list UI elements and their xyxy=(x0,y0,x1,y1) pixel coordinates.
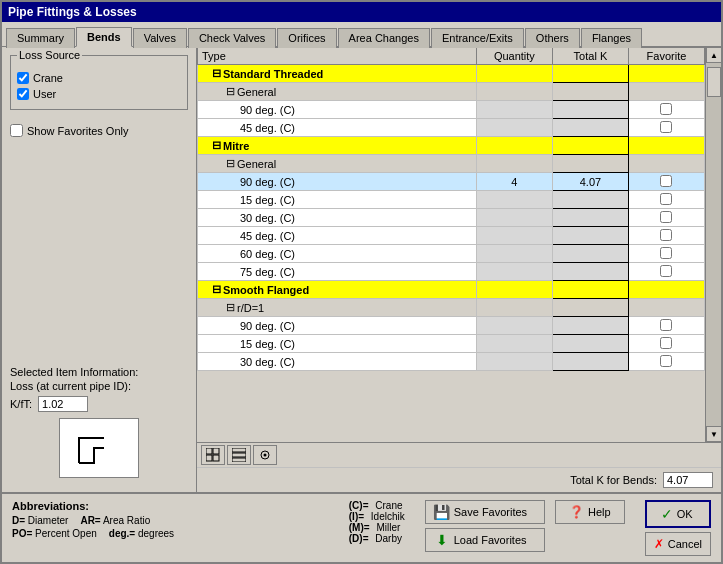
cancel-button[interactable]: ✗ Cancel xyxy=(645,532,711,556)
action-buttons: 💾 Save Favorites ⬇ Load Favorites xyxy=(425,500,545,552)
right-panel: Type Quantity Total K Favorite xyxy=(197,47,721,492)
kft-input[interactable] xyxy=(38,396,88,412)
totalk-cell xyxy=(552,65,628,83)
load-favorites-button[interactable]: ⬇ Load Favorites xyxy=(425,528,545,552)
tab-area-changes[interactable]: Area Changes xyxy=(338,28,430,48)
favorite-checkbox[interactable] xyxy=(660,229,672,241)
scroll-up-arrow[interactable]: ▲ xyxy=(706,47,721,63)
type-cell: 15 deg. (C) xyxy=(198,191,477,209)
expand-icon[interactable]: ⊟ xyxy=(212,67,221,80)
qty-cell[interactable] xyxy=(476,119,552,137)
fav-cell xyxy=(628,83,704,101)
settings-button[interactable] xyxy=(253,445,277,465)
table-scroll[interactable]: Type Quantity Total K Favorite xyxy=(197,47,705,387)
qty-cell[interactable] xyxy=(476,209,552,227)
table-row: 15 deg. (C) xyxy=(198,191,705,209)
loss-source-title: Loss Source xyxy=(17,49,82,61)
tab-orifices[interactable]: Orifices xyxy=(277,28,336,48)
tab-summary[interactable]: Summary xyxy=(6,28,75,48)
qty-cell[interactable] xyxy=(476,317,552,335)
help-button[interactable]: ❓ Help xyxy=(555,500,625,524)
scroll-track[interactable] xyxy=(706,63,721,426)
bottom-panel: Abbreviations: D= Diameter AR= Area Rati… xyxy=(2,492,721,562)
list-view-button[interactable] xyxy=(227,445,251,465)
question-icon: ❓ xyxy=(569,505,584,519)
expand-icon[interactable]: ⊟ xyxy=(226,157,235,170)
favorite-checkbox[interactable] xyxy=(660,355,672,367)
main-window: Pipe Fittings & Losses Summary Bends Val… xyxy=(0,0,723,564)
fav-cell xyxy=(628,263,704,281)
fav-cell xyxy=(628,353,704,371)
qty-cell[interactable]: 4 xyxy=(476,173,552,191)
favorite-checkbox[interactable] xyxy=(660,193,672,205)
abbreviations-section: Abbreviations: D= Diameter AR= Area Rati… xyxy=(12,500,329,539)
totalk-cell xyxy=(552,137,628,155)
qty-cell xyxy=(476,155,552,173)
expand-icon[interactable]: ⊟ xyxy=(226,85,235,98)
svg-rect-3 xyxy=(213,455,219,461)
favorite-checkbox[interactable] xyxy=(660,337,672,349)
table-row: ⊟ Mitre xyxy=(198,137,705,155)
table-row: 75 deg. (C) xyxy=(198,263,705,281)
col-favorite: Favorite xyxy=(628,48,704,65)
type-cell: ⊟ r/D=1 xyxy=(198,299,477,317)
row-label: 15 deg. (C) xyxy=(240,194,295,206)
qty-cell[interactable] xyxy=(476,101,552,119)
tab-entrance-exits[interactable]: Entrance/Exits xyxy=(431,28,524,48)
table-row: ⊟ r/D=1 xyxy=(198,299,705,317)
user-label: User xyxy=(33,88,56,100)
favorite-checkbox[interactable] xyxy=(660,247,672,259)
help-ok-section: ❓ Help xyxy=(555,500,625,524)
table-row: 90 deg. (C) xyxy=(198,101,705,119)
type-cell: ⊟ General xyxy=(198,83,477,101)
favorite-checkbox[interactable] xyxy=(660,103,672,115)
totalk-cell xyxy=(552,299,628,317)
help-label: Help xyxy=(588,506,611,518)
favorite-checkbox[interactable] xyxy=(660,121,672,133)
tab-bends[interactable]: Bends xyxy=(76,27,132,47)
grid-view-button[interactable] xyxy=(201,445,225,465)
favorite-checkbox[interactable] xyxy=(660,211,672,223)
selected-info: Selected Item Information: Loss (at curr… xyxy=(10,366,188,484)
qty-cell[interactable] xyxy=(476,227,552,245)
favorite-checkbox[interactable] xyxy=(660,175,672,187)
fav-cell xyxy=(628,299,704,317)
save-favorites-button[interactable]: 💾 Save Favorites xyxy=(425,500,545,524)
tab-valves[interactable]: Valves xyxy=(133,28,187,48)
settings-icon xyxy=(258,448,272,462)
qty-cell[interactable] xyxy=(476,263,552,281)
ok-cancel-section: ✓ OK ✗ Cancel xyxy=(645,500,711,556)
expand-icon[interactable]: ⊟ xyxy=(226,301,235,314)
abbreviations-title: Abbreviations: xyxy=(12,500,329,512)
crane-checkbox[interactable] xyxy=(17,72,29,84)
qty-cell[interactable] xyxy=(476,191,552,209)
totalk-cell xyxy=(552,101,628,119)
scroll-down-arrow[interactable]: ▼ xyxy=(706,426,721,442)
user-checkbox[interactable] xyxy=(17,88,29,100)
favorite-checkbox[interactable] xyxy=(660,265,672,277)
qty-cell[interactable] xyxy=(476,245,552,263)
total-k-input[interactable] xyxy=(663,472,713,488)
row-label: General xyxy=(237,86,276,98)
show-favorites-checkbox[interactable] xyxy=(10,124,23,137)
table-row: ⊟ General xyxy=(198,155,705,173)
qty-cell[interactable] xyxy=(476,335,552,353)
expand-icon[interactable]: ⊟ xyxy=(212,139,221,152)
tab-others[interactable]: Others xyxy=(525,28,580,48)
favorite-checkbox[interactable] xyxy=(660,319,672,331)
type-cell: ⊟ Mitre xyxy=(198,137,477,155)
fav-cell xyxy=(628,119,704,137)
abbrev-deg: deg.= degrees xyxy=(109,528,174,539)
main-content: Loss Source Crane User Show Favorites On… xyxy=(2,47,721,492)
table-row: ⊟ Smooth Flanged xyxy=(198,281,705,299)
qty-cell[interactable] xyxy=(476,353,552,371)
tab-flanges[interactable]: Flanges xyxy=(581,28,642,48)
tab-check-valves[interactable]: Check Valves xyxy=(188,28,276,48)
scroll-thumb[interactable] xyxy=(707,67,721,97)
scrollbar[interactable]: ▲ ▼ xyxy=(705,47,721,442)
table-row: 90 deg. (C) 4 4.07 xyxy=(198,173,705,191)
ok-button[interactable]: ✓ OK xyxy=(645,500,711,528)
expand-icon[interactable]: ⊟ xyxy=(212,283,221,296)
fav-cell xyxy=(628,155,704,173)
totalk-cell xyxy=(552,317,628,335)
